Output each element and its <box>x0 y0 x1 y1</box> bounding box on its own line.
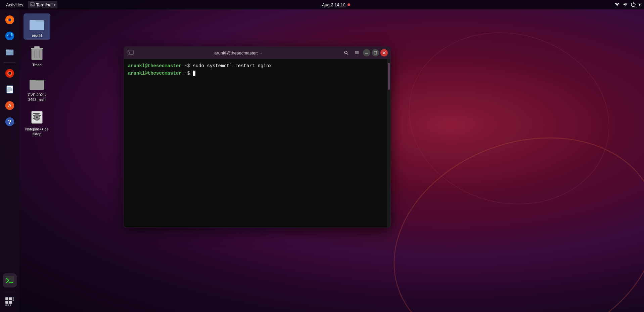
terminal-menu-hamburger[interactable] <box>352 49 362 57</box>
activities-button[interactable]: Activities <box>3 2 26 7</box>
topbar-left: Activities Terminal ▾ <box>3 1 57 8</box>
terminal-title-controls <box>341 49 388 57</box>
terminal-dock-icon <box>5 275 15 285</box>
svg-point-7 <box>8 34 11 37</box>
terminal-body[interactable]: arunkl@thesecmaster:~$ sudo systemctl re… <box>124 59 387 228</box>
ubuntu-software-icon: A <box>5 101 15 111</box>
terminal-scrollbar-thumb <box>388 63 390 90</box>
svg-rect-11 <box>7 51 13 52</box>
dock-item-libreoffice[interactable] <box>3 82 17 96</box>
search-icon <box>344 50 349 55</box>
desktop: Activities Terminal ▾ Aug 2 14:10 <box>0 0 644 312</box>
dock-item-ubuntu-software[interactable]: A <box>3 99 17 113</box>
svg-rect-12 <box>7 53 12 53</box>
terminal-minimize-button[interactable] <box>363 49 370 56</box>
folder-icon-arunkl <box>29 15 45 32</box>
svg-point-2 <box>616 5 617 6</box>
desktop-icon-cve[interactable]: CVE-2021-3493-main <box>24 73 50 104</box>
svg-rect-50 <box>30 80 36 82</box>
power-icon[interactable] <box>631 2 636 8</box>
topbar: Activities Terminal ▾ Aug 2 14:10 <box>0 0 644 9</box>
dock-separator-2 <box>4 291 16 291</box>
notepadpp-label: Notepad++.desktop <box>25 127 49 136</box>
dock-item-firefox[interactable] <box>3 13 17 27</box>
svg-point-5 <box>8 18 11 21</box>
firefox-icon <box>5 15 15 25</box>
notification-dot <box>348 3 350 6</box>
svg-point-65 <box>344 51 347 54</box>
topbar-datetime: Aug 2 14:10 <box>322 2 350 7</box>
dock-item-rhythmbox[interactable] <box>3 66 17 80</box>
terminal-scrollbar[interactable] <box>387 59 390 228</box>
terminal-search-button[interactable] <box>341 49 351 57</box>
help-icon: ? <box>5 117 15 127</box>
network-icon <box>614 2 620 8</box>
files-icon <box>5 47 15 57</box>
terminal-window: arunkl@thesecmaster: ~ <box>124 46 391 228</box>
term-user-2: arunkl@thesecmaster <box>128 71 182 76</box>
svg-rect-21 <box>7 89 12 90</box>
terminal-file-icon <box>128 50 134 56</box>
svg-rect-52 <box>33 113 40 114</box>
folder-icon-cve <box>29 75 45 91</box>
desktop-icon-trash[interactable]: Trash <box>24 43 50 69</box>
dock-item-help[interactable]: ? <box>3 115 17 129</box>
term-sep-1: :~$ <box>182 63 190 69</box>
notepadpp-icon-img <box>29 109 45 125</box>
svg-rect-37 <box>8 305 9 306</box>
svg-rect-10 <box>6 50 9 51</box>
terminal-menu-button[interactable]: Terminal ▾ <box>28 1 57 8</box>
libreoffice-icon <box>5 84 15 94</box>
dock-item-thunderbird[interactable] <box>3 29 17 43</box>
svg-point-8 <box>11 33 13 35</box>
svg-rect-35 <box>13 300 14 301</box>
topbar-right: ▾ <box>614 2 641 8</box>
system-dropdown[interactable]: ▾ <box>639 2 641 7</box>
svg-rect-40 <box>30 22 44 30</box>
svg-rect-23 <box>7 91 10 92</box>
svg-rect-41 <box>30 20 36 22</box>
svg-text:?: ? <box>8 119 11 125</box>
svg-rect-22 <box>7 90 12 91</box>
desktop-icon-arunkl[interactable]: arunkl <box>24 13 50 40</box>
svg-rect-36 <box>5 305 7 306</box>
svg-rect-13 <box>7 54 10 55</box>
terminal-title-icon <box>127 49 135 57</box>
terminal-titlebar: arunkl@thesecmaster: ~ <box>124 47 390 59</box>
minimize-icon <box>365 51 369 55</box>
svg-line-66 <box>347 53 348 55</box>
svg-point-58 <box>36 116 38 118</box>
terminal-close-button[interactable] <box>380 49 388 56</box>
thunderbird-icon <box>5 31 15 41</box>
terminal-icon <box>30 2 35 7</box>
terminal-dropdown-arrow: ▾ <box>54 3 55 7</box>
dock-separator-1 <box>4 63 16 63</box>
svg-rect-38 <box>10 305 11 306</box>
arunkl-label: arunkl <box>32 33 42 38</box>
dock-item-terminal[interactable] <box>3 273 17 287</box>
close-icon <box>382 51 386 55</box>
svg-point-17 <box>9 73 10 74</box>
svg-text:A: A <box>8 103 11 108</box>
trash-icon-img <box>29 45 45 61</box>
svg-rect-33 <box>9 301 12 304</box>
svg-rect-49 <box>30 81 44 90</box>
desktop-icon-notepadpp[interactable]: Notepad++.desktop <box>24 107 50 139</box>
svg-rect-19 <box>7 87 11 88</box>
svg-rect-31 <box>9 297 12 300</box>
dock: A ? <box>0 9 19 312</box>
rhythmbox-icon <box>5 68 15 78</box>
svg-rect-44 <box>34 46 40 48</box>
settings-file-icon <box>30 110 44 125</box>
datetime-text: Aug 2 14:10 <box>322 2 346 7</box>
cve-label: CVE-2021-3493-main <box>25 92 49 102</box>
term-cmd-1: sudo systemctl restart nginx <box>190 63 272 69</box>
hamburger-icon <box>355 50 359 55</box>
svg-rect-20 <box>7 88 12 88</box>
term-user-1: arunkl@thesecmaster <box>128 63 182 69</box>
svg-rect-34 <box>13 297 14 299</box>
maximize-icon <box>373 51 377 55</box>
show-applications-button[interactable] <box>3 295 17 309</box>
terminal-maximize-button[interactable] <box>372 49 379 56</box>
dock-item-files[interactable] <box>3 45 17 59</box>
